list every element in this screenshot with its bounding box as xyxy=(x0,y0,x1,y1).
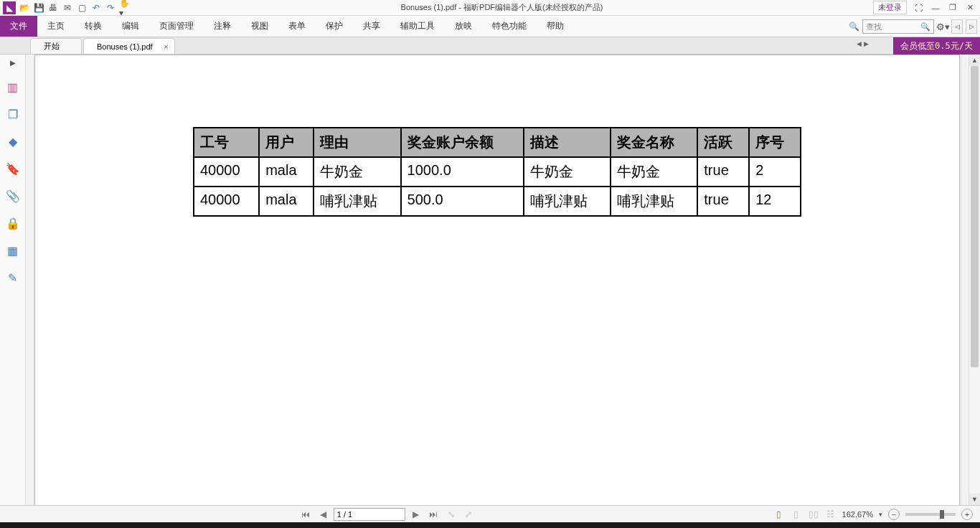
undo-icon[interactable]: ↶ xyxy=(90,2,102,14)
scroll-track[interactable] xyxy=(969,66,980,494)
tab-start[interactable]: 开始 xyxy=(30,38,82,54)
layers-icon[interactable]: ◆ xyxy=(6,134,20,148)
zoom-out-button[interactable]: − xyxy=(888,509,900,520)
tab-start-label: 开始 xyxy=(44,41,60,52)
zoom-dropdown-icon[interactable]: ▾ xyxy=(879,511,882,518)
prev-page-icon[interactable]: ◀ xyxy=(317,509,329,519)
zoom-in-button[interactable]: + xyxy=(961,509,973,520)
app-logo-icon: ◣ xyxy=(3,1,16,14)
cell: 牛奶金 xyxy=(524,157,611,187)
nav-extra1-icon[interactable]: ⤡ xyxy=(445,509,458,519)
email-icon[interactable]: ✉ xyxy=(62,2,73,14)
menu-convert[interactable]: 转换 xyxy=(75,16,112,37)
menu-access[interactable]: 辅助工具 xyxy=(390,16,445,37)
view-single-icon[interactable]: ▯ xyxy=(773,509,785,520)
bonuses-table: 工号 用户 理由 奖金账户余额 描述 奖金名称 活跃 序号 40000 xyxy=(193,127,801,217)
tab-close-icon[interactable]: × xyxy=(164,42,168,51)
restore-icon[interactable]: ❐ xyxy=(947,2,958,14)
cell: 40000 xyxy=(194,187,259,216)
open-icon[interactable]: 📂 xyxy=(19,2,30,14)
nav-extra2-icon[interactable]: ⤢ xyxy=(462,509,475,519)
page-canvas[interactable]: 工号 用户 理由 奖金账户余额 描述 奖金名称 活跃 序号 40000 xyxy=(26,55,969,505)
settings-icon[interactable]: ⚙▾ xyxy=(937,21,948,32)
hand-icon[interactable]: ✋▾ xyxy=(119,2,131,14)
clipboard-icon[interactable]: ❐ xyxy=(6,107,20,121)
cell: 哺乳津贴 xyxy=(524,187,611,216)
page-panel-icon[interactable]: ▥ xyxy=(6,80,20,94)
view-facing-icon[interactable]: ▯▯ xyxy=(808,509,819,520)
window-controls: 未登录 ⛶ — ❐ ✕ xyxy=(873,1,980,14)
status-right: ▯ ▯ ▯▯ ☷ 162.67% ▾ − + xyxy=(773,509,980,520)
attachment-icon[interactable]: 📎 xyxy=(6,189,20,203)
page-navigator: ⏮ ◀ ▶ ⏭ ⤡ ⤢ xyxy=(0,508,773,521)
menu-protect[interactable]: 保护 xyxy=(316,16,353,37)
cell: 40000 xyxy=(194,157,259,187)
search-go-icon[interactable]: 🔍 xyxy=(920,22,930,32)
page-viewport: 工号 用户 理由 奖金账户余额 描述 奖金名称 活跃 序号 40000 xyxy=(26,55,980,505)
ribbon-next-icon[interactable]: ▷ xyxy=(966,19,977,34)
left-sidebar: ▶ ▥ ❐ ◆ 🔖 📎 🔒 ▦ ✎ xyxy=(0,55,26,505)
redo-icon[interactable]: ↷ xyxy=(105,2,116,14)
first-page-icon[interactable]: ⏮ xyxy=(298,509,313,519)
zoom-slider[interactable] xyxy=(905,513,956,516)
scroll-down-icon[interactable]: ▼ xyxy=(969,494,980,505)
col-user: 用户 xyxy=(259,128,314,157)
print-icon[interactable]: 🖶 xyxy=(47,2,59,14)
search-placeholder: 查找 xyxy=(866,22,882,32)
minimize-icon[interactable]: — xyxy=(930,2,941,14)
col-reason: 理由 xyxy=(314,128,400,157)
signature-icon[interactable]: ✎ xyxy=(6,270,20,285)
tab-scroll-icon[interactable]: ◀ ▶ xyxy=(857,40,869,47)
menu-annotate[interactable]: 注释 xyxy=(204,16,241,37)
zoom-slider-handle[interactable] xyxy=(940,510,944,519)
ribbon-prev-icon[interactable]: ◁ xyxy=(951,19,963,34)
lock-icon[interactable]: 🔒 xyxy=(6,216,20,230)
login-button[interactable]: 未登录 xyxy=(873,1,907,14)
menu-help[interactable]: 帮助 xyxy=(537,16,574,37)
cell: true xyxy=(697,187,749,216)
os-taskbar xyxy=(0,522,980,528)
view-facing-cont-icon[interactable]: ☷ xyxy=(825,509,837,520)
cell: 哺乳津贴 xyxy=(611,187,697,216)
col-employee-id: 工号 xyxy=(194,128,259,157)
cell: 1000.0 xyxy=(401,157,524,187)
title-bar: ◣ 📂 💾 🖶 ✉ ▢ ↶ ↷ ✋▾ Bonuses (1).pdf - 福昕P… xyxy=(0,0,980,16)
promo-banner[interactable]: 会员低至0.5元/天 xyxy=(893,37,980,55)
cell: 牛奶金 xyxy=(314,157,400,187)
menu-features[interactable]: 特色功能 xyxy=(482,16,537,37)
menu-share[interactable]: 共享 xyxy=(353,16,390,37)
fullscreen-icon[interactable]: ⛶ xyxy=(913,2,924,14)
menu-page[interactable]: 页面管理 xyxy=(149,16,204,37)
cell: mala xyxy=(259,187,314,216)
bookmark-icon[interactable]: 🔖 xyxy=(6,161,20,176)
vertical-scrollbar[interactable]: ▲ ▼ xyxy=(969,55,980,505)
table-row: 40000 mala 哺乳津贴 500.0 哺乳津贴 哺乳津贴 true 12 xyxy=(194,187,801,216)
menu-view[interactable]: 视图 xyxy=(241,16,278,37)
scroll-up-icon[interactable]: ▲ xyxy=(969,55,980,66)
menu-slideshow[interactable]: 放映 xyxy=(445,16,482,37)
last-page-icon[interactable]: ⏭ xyxy=(426,509,440,519)
view-continuous-icon[interactable]: ▯ xyxy=(791,509,802,520)
search-input[interactable]: 查找 🔍 xyxy=(862,19,934,34)
sidebar-collapse-icon[interactable]: ▶ xyxy=(10,59,16,67)
col-active: 活跃 xyxy=(697,128,749,157)
cell: 2 xyxy=(749,157,801,187)
col-bonus-name: 奖金名称 xyxy=(611,128,697,157)
status-bar: ⏮ ◀ ▶ ⏭ ⤡ ⤢ ▯ ▯ ▯▯ ☷ 162.67% ▾ − + xyxy=(0,505,980,522)
next-page-icon[interactable]: ▶ xyxy=(410,509,422,519)
menu-home[interactable]: 主页 xyxy=(37,16,75,37)
scroll-thumb[interactable] xyxy=(971,66,979,367)
page-number-input[interactable] xyxy=(334,508,405,521)
menu-edit[interactable]: 编辑 xyxy=(112,16,149,37)
pdf-page: 工号 用户 理由 奖金账户余额 描述 奖金名称 活跃 序号 40000 xyxy=(34,55,960,505)
menu-form[interactable]: 表单 xyxy=(278,16,316,37)
tab-document[interactable]: Bonuses (1).pdf × xyxy=(83,38,175,54)
cell: 500.0 xyxy=(401,187,524,216)
form-panel-icon[interactable]: ▦ xyxy=(6,243,20,258)
close-icon[interactable]: ✕ xyxy=(964,2,976,14)
folder-search-icon[interactable]: 🔍 xyxy=(848,21,859,32)
menu-file[interactable]: 文件 xyxy=(0,16,37,37)
table-row: 40000 mala 牛奶金 1000.0 牛奶金 牛奶金 true 2 xyxy=(194,157,801,187)
save-icon[interactable]: 💾 xyxy=(33,2,44,14)
new-icon[interactable]: ▢ xyxy=(76,2,88,14)
